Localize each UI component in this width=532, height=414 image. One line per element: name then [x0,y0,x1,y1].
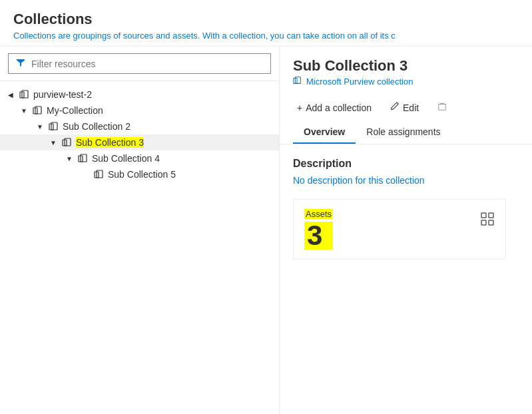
tab-overview[interactable]: Overview [293,121,356,144]
app-container: Collections Collections are groupings of… [0,0,532,414]
assets-label: Assets [304,209,333,219]
purview-collection-icon [293,76,302,87]
tree-container: ◀ purview-test-2 ▼ [0,81,279,414]
edit-icon [390,102,399,113]
page-header: Collections Collections are groupings of… [0,0,532,47]
detail-title: Sub Collection 3 [293,57,519,75]
right-panel: Sub Collection 3 Microsoft Purview colle… [280,47,532,414]
node-label-sub-collection-5: Sub Collection 5 [108,169,176,180]
detail-subtitle-text: Microsoft Purview collection [306,77,413,87]
chevron-sub-collection-4: ▼ [64,153,75,164]
svg-rect-16 [489,213,493,218]
filter-bar [0,47,279,81]
node-label-sub-collection-4: Sub Collection 4 [92,153,160,164]
chevron-sub-collection-3: ▼ [48,137,59,148]
add-collection-label: Add a collection [306,103,372,113]
node-label-my-collection: My-Collection [47,105,103,116]
edit-label: Edit [403,103,419,113]
main-content: ◀ purview-test-2 ▼ [0,47,532,414]
collection-icon-sub-collection-2 [49,122,59,131]
delete-button[interactable] [433,99,451,116]
collection-icon-sub-collection-3 [62,138,73,147]
node-label-sub-collection-3: Sub Collection 3 [76,137,144,148]
left-panel: ◀ purview-test-2 ▼ [0,47,280,414]
tree-node-root[interactable]: ◀ purview-test-2 [0,87,279,103]
trash-icon [437,102,447,113]
node-label-root: purview-test-2 [33,89,92,100]
collection-icon-sub-collection-4 [78,154,89,163]
chevron-my-collection: ▼ [19,105,29,116]
tree-node-my-collection[interactable]: ▼ My-Collection [0,103,279,118]
description-section: Description No description for this coll… [293,158,519,186]
svg-rect-17 [481,220,486,225]
collection-icon-my-collection [33,106,43,115]
tree-node-sub-collection-4[interactable]: ▼ Sub Collection 4 [0,150,279,166]
svg-rect-18 [489,220,493,225]
collection-icon-sub-collection-5 [94,170,105,179]
subtitle-text: Collections are groupings of sources and… [13,31,396,41]
filter-input-wrapper[interactable] [8,53,271,74]
chevron-root: ◀ [5,89,16,100]
assets-card: Assets 3 [293,199,506,260]
svg-rect-15 [481,213,486,218]
svg-rect-14 [439,104,446,110]
assets-grid-icon[interactable] [480,212,495,230]
filter-input[interactable] [31,59,264,69]
tree-node-sub-collection-3[interactable]: ▼ Sub Collection 3 [0,134,279,150]
chevron-sub-collection-2: ▼ [35,121,45,132]
page-title: Collections [13,11,519,28]
node-label-sub-collection-2: Sub Collection 2 [63,121,131,132]
no-description-text: No description for this collection [293,175,519,186]
tree-node-sub-collection-2[interactable]: ▼ Sub Collection 2 [0,118,279,134]
tabs-bar: Overview Role assignments [293,121,519,144]
description-title: Description [293,158,519,170]
plus-icon: + [297,103,302,113]
tree-node-sub-collection-5[interactable]: ► Sub Collection 5 [0,166,279,182]
detail-header: Sub Collection 3 Microsoft Purview colle… [280,47,532,144]
assets-count: 3 [304,222,333,250]
edit-button[interactable]: Edit [386,99,423,116]
assets-content: Assets 3 [304,209,333,250]
tab-role-assignments[interactable]: Role assignments [356,121,451,144]
filter-icon [15,57,26,70]
action-bar: + Add a collection Edit [293,94,519,116]
detail-body: Description No description for this coll… [280,144,532,414]
add-collection-button[interactable]: + Add a collection [293,100,376,116]
detail-subtitle: Microsoft Purview collection [293,76,519,87]
page-subtitle: Collections are groupings of sources and… [13,31,519,41]
collection-icon-root [19,90,30,99]
